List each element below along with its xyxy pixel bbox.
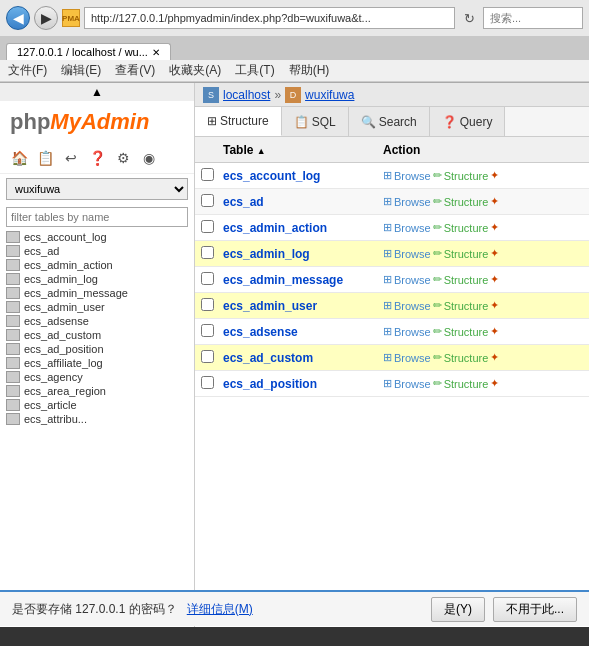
table-name-ecs-ad[interactable]: ecs_ad	[223, 195, 383, 209]
sidebar-help-icon[interactable]: ❓	[86, 147, 108, 169]
logo-php: php	[10, 109, 50, 134]
more-link-9[interactable]: ✦	[490, 377, 499, 390]
sidebar-list-icon[interactable]: 📋	[34, 147, 56, 169]
browse-link-6[interactable]: ⊞ Browse	[383, 299, 431, 312]
structure-link-8[interactable]: ✏ Structure	[433, 351, 489, 364]
table-icon	[6, 371, 20, 383]
sidebar-item-ecs-admin-message[interactable]: ecs_admin_message	[0, 286, 194, 300]
more-link-4[interactable]: ✦	[490, 247, 499, 260]
tab-search[interactable]: 🔍 Search	[349, 107, 430, 136]
sidebar-item-ecs-admin-user[interactable]: ecs_admin_user	[0, 300, 194, 314]
tab-navigation: ⊞ Structure 📋 SQL 🔍 Search ❓ Query	[195, 107, 589, 137]
back-button[interactable]: ◀	[6, 6, 30, 30]
sidebar-item-ecs-attribu[interactable]: ecs_attribu...	[0, 412, 194, 426]
structure-link-9[interactable]: ✏ Structure	[433, 377, 489, 390]
table-name-ecs-ad-custom[interactable]: ecs_ad_custom	[223, 351, 383, 365]
tab-sql[interactable]: 📋 SQL	[282, 107, 349, 136]
browse-link-9[interactable]: ⊞ Browse	[383, 377, 431, 390]
sidebar-item-ecs-admin-action[interactable]: ecs_admin_action	[0, 258, 194, 272]
table-name-ecs-admin-user[interactable]: ecs_admin_user	[223, 299, 383, 313]
sidebar-item-ecs-ad-position[interactable]: ecs_ad_position	[0, 342, 194, 356]
browse-link-3[interactable]: ⊞ Browse	[383, 221, 431, 234]
db-select[interactable]: wuxifuwa	[6, 178, 188, 200]
more-link-2[interactable]: ✦	[490, 195, 499, 208]
row-checkbox-1[interactable]	[201, 168, 223, 184]
sidebar-item-ecs-account-log[interactable]: ecs_account_log	[0, 230, 194, 244]
more-link-7[interactable]: ✦	[490, 325, 499, 338]
menu-view[interactable]: 查看(V)	[115, 62, 155, 79]
table-name-ecs-ad-position[interactable]: ecs_ad_position	[223, 377, 383, 391]
browse-link-1[interactable]: ⊞ Browse	[383, 169, 431, 182]
breadcrumb-db[interactable]: wuxifuwa	[305, 88, 354, 102]
browse-link-5[interactable]: ⊞ Browse	[383, 273, 431, 286]
structure-link-1[interactable]: ✏ Structure	[433, 169, 489, 182]
sidebar-item-ecs-admin-log[interactable]: ecs_admin_log	[0, 272, 194, 286]
browse-link-2[interactable]: ⊞ Browse	[383, 195, 431, 208]
menu-edit[interactable]: 编辑(E)	[61, 62, 101, 79]
password-no-button[interactable]: 不用于此...	[493, 597, 577, 622]
tab-close-button[interactable]: ✕	[152, 47, 160, 58]
menu-favorites[interactable]: 收藏夹(A)	[169, 62, 221, 79]
tab-structure[interactable]: ⊞ Structure	[195, 107, 282, 136]
address-bar[interactable]: http://127.0.0.1/phpmyadmin/index.php?db…	[84, 7, 455, 29]
table-icon	[6, 413, 20, 425]
menu-file[interactable]: 文件(F)	[8, 62, 47, 79]
table-row: ecs_ad ⊞ Browse ✏ Structure ✦	[195, 189, 589, 215]
more-link-5[interactable]: ✦	[490, 273, 499, 286]
sidebar-back-icon[interactable]: ↩	[60, 147, 82, 169]
table-name-ecs-account-log[interactable]: ecs_account_log	[223, 169, 383, 183]
row-checkbox-4[interactable]	[201, 246, 223, 262]
pma-logo: phpMyAdmin	[0, 101, 194, 143]
more-link-3[interactable]: ✦	[490, 221, 499, 234]
forward-button[interactable]: ▶	[34, 6, 58, 30]
sidebar-item-ecs-area-region[interactable]: ecs_area_region	[0, 384, 194, 398]
browse-link-7[interactable]: ⊞ Browse	[383, 325, 431, 338]
browse-link-4[interactable]: ⊞ Browse	[383, 247, 431, 260]
browse-link-8[interactable]: ⊞ Browse	[383, 351, 431, 364]
breadcrumb-server[interactable]: localhost	[223, 88, 270, 102]
sidebar-home-icon[interactable]: 🏠	[8, 147, 30, 169]
row-checkbox-9[interactable]	[201, 376, 223, 392]
sidebar-item-ecs-ad[interactable]: ecs_ad	[0, 244, 194, 258]
row-checkbox-6[interactable]	[201, 298, 223, 314]
password-detail-link[interactable]: 详细信息(M)	[187, 602, 253, 616]
browser-tab[interactable]: 127.0.0.1 / localhost / wu... ✕	[6, 43, 171, 60]
refresh-button[interactable]: ↻	[459, 8, 479, 28]
sidebar-item-ecs-agency[interactable]: ecs_agency	[0, 370, 194, 384]
table-filter-input[interactable]	[6, 207, 188, 227]
browser-search-input[interactable]	[483, 7, 583, 29]
sidebar-extra-icon[interactable]: ◉	[138, 147, 160, 169]
more-link-1[interactable]: ✦	[490, 169, 499, 182]
table-name-ecs-adsense[interactable]: ecs_adsense	[223, 325, 383, 339]
table-name-ecs-admin-message[interactable]: ecs_admin_message	[223, 273, 383, 287]
table-name-ecs-admin-log[interactable]: ecs_admin_log	[223, 247, 383, 261]
structure-link-2[interactable]: ✏ Structure	[433, 195, 489, 208]
more-link-8[interactable]: ✦	[490, 351, 499, 364]
sidebar-scroll-up[interactable]: ▲	[0, 83, 194, 101]
row-checkbox-7[interactable]	[201, 324, 223, 340]
structure-link-5[interactable]: ✏ Structure	[433, 273, 489, 286]
password-yes-button[interactable]: 是(Y)	[431, 597, 485, 622]
menu-tools[interactable]: 工具(T)	[235, 62, 274, 79]
sidebar-item-ecs-affiliate-log[interactable]: ecs_affiliate_log	[0, 356, 194, 370]
row-checkbox-5[interactable]	[201, 272, 223, 288]
structure-link-7[interactable]: ✏ Structure	[433, 325, 489, 338]
structure-icon: ⊞	[207, 114, 217, 128]
row-checkbox-3[interactable]	[201, 220, 223, 236]
menu-help[interactable]: 帮助(H)	[289, 62, 330, 79]
db-select-row: wuxifuwa	[0, 174, 194, 204]
row-checkbox-8[interactable]	[201, 350, 223, 366]
structure-link-3[interactable]: ✏ Structure	[433, 221, 489, 234]
tab-query[interactable]: ❓ Query	[430, 107, 506, 136]
table-name-ecs-admin-action[interactable]: ecs_admin_action	[223, 221, 383, 235]
sidebar-settings-icon[interactable]: ⚙	[112, 147, 134, 169]
sidebar-item-ecs-adsense[interactable]: ecs_adsense	[0, 314, 194, 328]
structure-link-4[interactable]: ✏ Structure	[433, 247, 489, 260]
logo-myadmin: MyAdmin	[50, 109, 149, 134]
more-link-6[interactable]: ✦	[490, 299, 499, 312]
sort-icon: ▲	[257, 146, 266, 156]
sidebar-item-ecs-article[interactable]: ecs_article	[0, 398, 194, 412]
structure-link-6[interactable]: ✏ Structure	[433, 299, 489, 312]
row-checkbox-2[interactable]	[201, 194, 223, 210]
sidebar-item-ecs-ad-custom[interactable]: ecs_ad_custom	[0, 328, 194, 342]
